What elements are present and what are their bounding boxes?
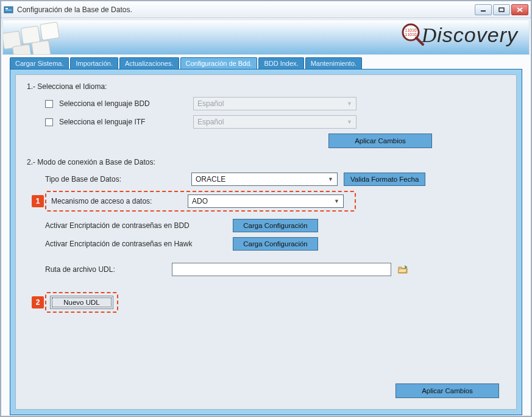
tab-mantenimiento[interactable]: Mantenimiento. xyxy=(305,57,362,69)
svg-rect-1 xyxy=(5,8,8,9)
callout-badge-1: 1 xyxy=(32,195,44,207)
svg-rect-8 xyxy=(21,26,40,45)
select-lang-itf-value: Español xyxy=(197,116,224,128)
minimize-button[interactable] xyxy=(475,4,492,15)
logo: 11010 11010 Discovery xyxy=(399,21,518,48)
tab-configuracion-bdd[interactable]: Configuración de Bdd. xyxy=(180,57,258,69)
checkbox-lang-itf[interactable] xyxy=(45,118,53,126)
select-mech[interactable]: ADO ▼ xyxy=(188,194,344,208)
select-mech-value: ADO xyxy=(192,195,208,207)
section1-title: 1.- Selecciona el Idioma: xyxy=(27,82,505,91)
valida-formato-fecha-button[interactable]: Valida Formato Fecha xyxy=(344,173,425,186)
udl-path-input[interactable] xyxy=(172,263,391,276)
svg-rect-2 xyxy=(5,10,12,10)
svg-rect-9 xyxy=(40,22,59,40)
banner: 11010 11010 Discovery xyxy=(2,20,530,55)
window-title: Configuración de la Base de Datos. xyxy=(17,5,475,14)
label-encrypt-bdd: Activar Encriptación de contraseñas en B… xyxy=(45,221,227,230)
logo-text: Discovery xyxy=(422,23,518,47)
aplicar-cambios-bottom-button[interactable]: Aplicar Cambios xyxy=(395,383,499,398)
label-lang-itf: Selecciona el lenguaje ITF xyxy=(59,118,187,126)
window-frame: Configuración de la Base de Datos. 11010… xyxy=(0,0,532,417)
window-buttons xyxy=(475,4,528,15)
select-db-type[interactable]: ORACLE ▼ xyxy=(191,173,338,186)
callout-2: 2 Nuevo UDL xyxy=(45,292,118,313)
svg-rect-4 xyxy=(499,8,504,12)
select-lang-bdd: Español ▼ xyxy=(193,97,356,110)
callout-badge-2: 2 xyxy=(32,296,44,308)
callout-1: 1 Mecanismo de acceso a datos: ADO ▼ xyxy=(45,191,356,212)
chevron-down-icon: ▼ xyxy=(328,173,333,185)
label-udl-path: Ruta de archivo UDL: xyxy=(45,265,166,274)
app-icon xyxy=(4,5,13,15)
row-lang-bdd: Selecciona el lenguaje BDD Español ▼ xyxy=(45,97,505,110)
label-lang-bdd: Selecciona el lenguaje BDD xyxy=(59,99,187,108)
section2-title: 2.- Modo de conexión a Base de Datos: xyxy=(27,158,505,166)
carga-config-bdd-button[interactable]: Carga Configuración xyxy=(233,219,318,232)
select-lang-itf: Español ▼ xyxy=(193,115,356,129)
label-mech: Mecanismo de acceso a datos: xyxy=(51,197,182,205)
apply-row-1: Aplicar Cambios xyxy=(27,134,505,148)
aplicar-cambios-top-button[interactable]: Aplicar Cambios xyxy=(328,134,432,148)
tab-bdd-index[interactable]: BDD Index. xyxy=(258,57,303,69)
nuevo-udl-button[interactable]: Nuevo UDL xyxy=(50,296,113,309)
carga-config-hawk-button[interactable]: Carga Configuración xyxy=(233,237,318,251)
panel-inner: 1.- Selecciona el Idioma: Selecciona el … xyxy=(15,74,517,410)
maximize-button[interactable] xyxy=(493,4,510,15)
tab-cargar-sistema[interactable]: Cargar Sistema. xyxy=(10,57,69,69)
tab-actualizaciones[interactable]: Actualizaciones. xyxy=(119,57,179,69)
checkbox-lang-bdd[interactable] xyxy=(45,100,53,108)
svg-rect-11 xyxy=(32,40,51,55)
close-button[interactable] xyxy=(511,4,528,15)
svg-text:11010: 11010 xyxy=(405,32,417,37)
select-lang-bdd-value: Español xyxy=(197,98,224,110)
chevron-down-icon: ▼ xyxy=(347,98,352,110)
tab-importacion[interactable]: Importación. xyxy=(70,57,118,69)
svg-text:11010: 11010 xyxy=(405,28,417,32)
row-encrypt-hawk: Activar Encriptación de contraseñas en H… xyxy=(45,237,505,251)
label-db-type: Tipo de Base de Datos: xyxy=(45,175,185,184)
row-encrypt-bdd: Activar Encriptación de contraseñas en B… xyxy=(45,219,505,232)
row-udl-path: Ruta de archivo UDL: xyxy=(45,263,505,276)
chevron-down-icon: ▼ xyxy=(347,116,352,128)
panel-outer: 1.- Selecciona el Idioma: Selecciona el … xyxy=(10,69,522,415)
chevron-down-icon: ▼ xyxy=(334,195,339,207)
tabs-row: Cargar Sistema. Importación. Actualizaci… xyxy=(10,57,522,69)
label-encrypt-hawk: Activar Encriptación de contraseñas en H… xyxy=(45,240,227,248)
keyboard-graphic-icon xyxy=(2,20,94,55)
row-db-type: Tipo de Base de Datos: ORACLE ▼ Valida F… xyxy=(45,173,505,186)
folder-open-icon[interactable] xyxy=(397,264,408,275)
select-db-type-value: ORACLE xyxy=(196,173,225,185)
title-bar: Configuración de la Base de Datos. xyxy=(1,1,531,18)
row-lang-itf: Selecciona el lenguaje ITF Español ▼ xyxy=(45,115,505,129)
